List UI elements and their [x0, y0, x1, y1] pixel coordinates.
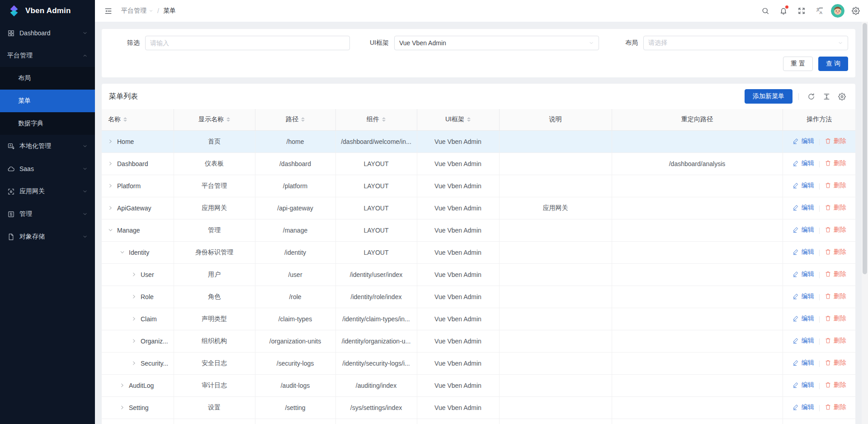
scrollbar-thumb[interactable] [863, 23, 867, 274]
delete-button[interactable]: 删除 [825, 270, 846, 278]
sidebar-item-platform[interactable]: 平台管理 [0, 44, 95, 67]
layout-select[interactable]: 请选择 [643, 36, 848, 50]
breadcrumb-item-platform[interactable]: 平台管理 [121, 7, 153, 15]
table-row[interactable]: Setting设置/setting/sys/settings/indexVue … [102, 396, 855, 419]
delete-button[interactable]: 删除 [825, 137, 846, 145]
sidebar-collapse-button[interactable] [100, 3, 116, 19]
add-menu-button[interactable]: 添加新菜单 [745, 89, 793, 104]
filter-input[interactable] [145, 36, 350, 50]
refresh-icon[interactable] [805, 90, 817, 103]
fullscreen-icon[interactable] [794, 3, 809, 19]
delete-button[interactable]: 删除 [825, 226, 846, 234]
edit-button[interactable]: 编辑 [793, 248, 814, 256]
file-icon [7, 233, 15, 241]
edit-button[interactable]: 编辑 [793, 226, 814, 234]
table-toolbar: 添加新菜单 [745, 89, 848, 104]
edit-pencil-icon [793, 293, 799, 300]
delete-button[interactable]: 删除 [825, 381, 846, 389]
table-row[interactable]: Dashboard仪表板/dashboardLAYOUTVue Vben Adm… [102, 152, 855, 175]
settings-icon[interactable] [848, 3, 863, 19]
edit-button[interactable]: 编辑 [793, 159, 814, 167]
edit-button[interactable]: 编辑 [793, 381, 814, 389]
sidebar-item-dashboard[interactable]: Dashboard [0, 22, 95, 44]
sort-icon[interactable] [467, 117, 471, 122]
table-row[interactable]: Organiz...组织机构/organization-units/identi… [102, 330, 855, 352]
column-header-2[interactable]: 显示名称 [174, 109, 255, 130]
sort-icon[interactable] [226, 117, 230, 122]
chevron-right-icon[interactable] [132, 316, 137, 321]
chevron-right-icon[interactable] [132, 272, 137, 277]
sidebar-item-saas[interactable]: Saas [0, 157, 95, 180]
column-header-1[interactable]: 名称 [102, 109, 174, 130]
table-row[interactable]: User用户/user/identity/user/indexVue Vben … [102, 263, 855, 286]
delete-button[interactable]: 删除 [825, 159, 846, 167]
chevron-down-icon[interactable] [120, 250, 125, 255]
table-row[interactable]: Role角色/role/identity/role/indexVue Vben … [102, 286, 855, 308]
sidebar-item-manage[interactable]: 管理 [0, 203, 95, 225]
edit-button[interactable]: 编辑 [793, 337, 814, 345]
column-header-4[interactable]: 组件 [335, 109, 417, 130]
table-row[interactable]: Identity身份标识管理/identityLAYOUTVue Vben Ad… [102, 241, 855, 263]
sort-desc-caret [123, 120, 127, 122]
delete-button[interactable]: 删除 [825, 314, 846, 323]
table-row[interactable]: Platform平台管理/platformLAYOUTVue Vben Admi… [102, 175, 855, 197]
delete-button[interactable]: 删除 [825, 248, 846, 256]
notification-icon[interactable] [776, 3, 791, 19]
chevron-down-icon[interactable] [108, 228, 113, 233]
edit-button[interactable]: 编辑 [793, 359, 814, 367]
edit-button[interactable]: 编辑 [793, 181, 814, 190]
edit-button[interactable]: 编辑 [793, 292, 814, 300]
chevron-right-icon[interactable] [132, 338, 137, 343]
delete-button[interactable]: 删除 [825, 359, 846, 367]
chevron-right-icon[interactable] [120, 383, 125, 388]
delete-button[interactable]: 删除 [825, 181, 846, 190]
table-row[interactable]: Home首页/home/dashboard/welcome/in...Vue V… [102, 130, 855, 152]
reset-button[interactable]: 重 置 [783, 57, 813, 71]
translate-icon[interactable]: 文A [812, 3, 827, 19]
chevron-right-icon[interactable] [132, 361, 137, 366]
column-header-3[interactable]: 路径 [255, 109, 335, 130]
table-row[interactable]: AuditLog审计日志/audit-logs/auditing/indexVu… [102, 374, 855, 396]
chevron-right-icon[interactable] [108, 205, 113, 210]
sort-icon[interactable] [301, 117, 305, 122]
sort-icon[interactable] [382, 117, 386, 122]
ui-framework-select[interactable]: Vue Vben Admin [394, 36, 599, 50]
logo[interactable]: Vben Admin [0, 0, 95, 22]
table-row[interactable]: Claim声明类型/claim-types/identity/claim-typ… [102, 308, 855, 330]
table-row[interactable]: ApiGateway应用网关/api-gatewayLAYOUTVue Vben… [102, 197, 855, 219]
search-icon[interactable] [758, 3, 773, 19]
sidebar-item-gateway[interactable]: 应用网关 [0, 180, 95, 203]
sidebar-item-localization[interactable]: A本地化管理 [0, 135, 95, 157]
cell-ui-framework: Vue Vben Admin [417, 241, 499, 263]
sidebar-subitem-2[interactable]: 菜单 [0, 90, 95, 112]
sidebar-item-storage[interactable]: 对象存储 [0, 225, 95, 248]
table-row[interactable]: Manage管理/manageLAYOUTVue Vben Admin编辑删除 [102, 219, 855, 241]
avatar[interactable] [830, 3, 845, 19]
sidebar-subitem-3[interactable]: 数据字典 [0, 112, 95, 135]
row-height-icon[interactable] [820, 90, 833, 103]
cell-component: LAYOUT [335, 152, 417, 175]
column-header-5[interactable]: UI框架 [417, 109, 499, 130]
edit-button[interactable]: 编辑 [793, 314, 814, 323]
sidebar-subitem-1[interactable]: 布局 [0, 67, 95, 90]
chevron-right-icon[interactable] [108, 139, 113, 144]
chevron-right-icon[interactable] [132, 294, 137, 299]
delete-button[interactable]: 删除 [825, 204, 846, 212]
table-row[interactable] [102, 419, 855, 424]
vertical-scrollbar[interactable] [862, 22, 868, 424]
delete-button[interactable]: 删除 [825, 403, 846, 411]
chevron-right-icon[interactable] [108, 161, 113, 166]
delete-button[interactable]: 删除 [825, 337, 846, 345]
edit-button[interactable]: 编辑 [793, 204, 814, 212]
table-row[interactable]: Security...安全日志/security-logs/identity/s… [102, 352, 855, 374]
edit-button[interactable]: 编辑 [793, 403, 814, 411]
edit-button[interactable]: 编辑 [793, 270, 814, 278]
column-settings-icon[interactable] [835, 90, 848, 103]
query-button[interactable]: 查 询 [818, 57, 848, 71]
cell-description [499, 241, 612, 263]
delete-button[interactable]: 删除 [825, 292, 846, 300]
chevron-right-icon[interactable] [108, 183, 113, 188]
sort-icon[interactable] [123, 117, 127, 122]
chevron-right-icon[interactable] [120, 405, 125, 410]
edit-button[interactable]: 编辑 [793, 137, 814, 145]
